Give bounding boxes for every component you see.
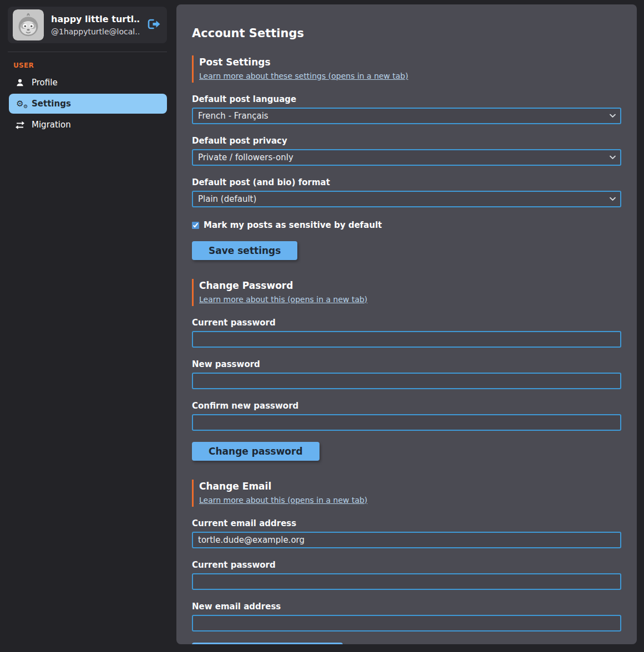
sidebar-divider <box>8 52 167 52</box>
current-password-field: Current password <box>192 318 621 348</box>
default-post-language-select[interactable]: French - Français <box>192 108 621 124</box>
current-email-input[interactable] <box>192 532 621 548</box>
default-post-format-field: Default post (and bio) format Plain (def… <box>192 177 621 207</box>
sidebar-item-label: Profile <box>32 78 58 88</box>
section-title: Change Email <box>199 481 621 492</box>
user-icon <box>14 78 26 87</box>
transfer-icon <box>14 121 26 129</box>
new-email-field: New email address <box>192 602 621 631</box>
change-email-button[interactable]: Change email address <box>192 643 343 644</box>
default-post-privacy-field: Default post privacy Private / followers… <box>192 136 621 166</box>
field-label: New email address <box>192 602 621 612</box>
new-email-input[interactable] <box>192 615 621 631</box>
section-title: Post Settings <box>199 57 621 68</box>
field-label: Default post language <box>192 94 621 104</box>
account-settings-panel: Account Settings Post Settings Learn mor… <box>176 4 637 644</box>
user-card: happy little turtl… @1happyturtle@local… <box>8 7 167 43</box>
sidebar-item-migration[interactable]: Migration <box>9 115 167 135</box>
logout-button[interactable] <box>146 18 162 32</box>
post-settings-learn-more-link[interactable]: Learn more about these settings (opens i… <box>199 72 408 80</box>
change-password-learn-more-link[interactable]: Learn more about this (opens in a new ta… <box>199 295 367 304</box>
section-header: Post Settings Learn more about these set… <box>192 55 621 83</box>
field-label: New password <box>192 359 621 369</box>
sidebar-nav: Profile ⚙⚙ Settings Migration <box>9 73 176 135</box>
sensitive-checkbox[interactable] <box>192 222 199 229</box>
user-handle: @1happyturtle@local… <box>51 27 139 36</box>
sidebar-item-label: Migration <box>32 120 71 130</box>
change-email-section: Change Email Learn more about this (open… <box>192 480 621 644</box>
sidebar-item-profile[interactable]: Profile <box>9 73 167 93</box>
field-label: Default post (and bio) format <box>192 177 621 187</box>
sidebar-section-label: USER <box>13 62 176 69</box>
field-label: Current password <box>192 560 621 570</box>
new-password-field: New password <box>192 359 621 389</box>
new-password-input[interactable] <box>192 373 621 389</box>
user-display-name: happy little turtl… <box>51 14 139 24</box>
change-password-section: Change Password Learn more about this (o… <box>192 279 621 461</box>
current-email-field: Current email address <box>192 518 621 548</box>
field-label: Current email address <box>192 518 621 528</box>
current-password-input[interactable] <box>192 331 621 348</box>
page-title: Account Settings <box>192 27 621 40</box>
save-settings-button[interactable]: Save settings <box>192 241 297 260</box>
sloth-avatar <box>13 9 44 40</box>
confirm-new-password-input[interactable] <box>192 414 621 431</box>
sidebar: happy little turtl… @1happyturtle@local…… <box>0 0 176 652</box>
section-header: Change Email Learn more about this (open… <box>192 480 621 507</box>
email-current-password-input[interactable] <box>192 573 621 590</box>
confirm-new-password-field: Confirm new password <box>192 401 621 431</box>
sidebar-item-label: Settings <box>32 99 71 109</box>
default-post-format-select[interactable]: Plain (default) <box>192 191 621 207</box>
sidebar-item-settings[interactable]: ⚙⚙ Settings <box>9 94 167 114</box>
section-title: Change Password <box>199 280 621 291</box>
post-settings-section: Post Settings Learn more about these set… <box>192 55 621 260</box>
email-current-password-field: Current password <box>192 560 621 590</box>
field-label: Default post privacy <box>192 136 621 146</box>
default-post-language-field: Default post language French - Français <box>192 94 621 124</box>
default-post-privacy-select[interactable]: Private / followers-only <box>192 149 621 166</box>
sensitive-checkbox-label: Mark my posts as sensitive by default <box>204 220 382 230</box>
change-password-button[interactable]: Change password <box>192 442 320 461</box>
section-header: Change Password Learn more about this (o… <box>192 279 621 306</box>
user-info: happy little turtl… @1happyturtle@local… <box>51 14 139 36</box>
change-email-learn-more-link[interactable]: Learn more about this (opens in a new ta… <box>199 496 367 505</box>
field-label: Confirm new password <box>192 401 621 411</box>
sign-out-icon <box>148 19 161 29</box>
field-label: Current password <box>192 318 621 328</box>
gears-icon: ⚙⚙ <box>14 100 26 108</box>
sensitive-checkbox-row: Mark my posts as sensitive by default <box>192 220 621 230</box>
